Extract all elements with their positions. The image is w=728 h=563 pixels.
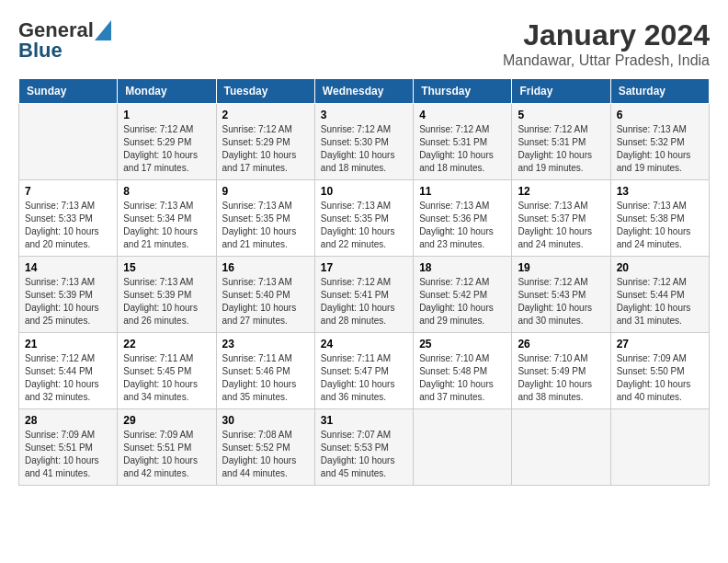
day-header-tuesday: Tuesday bbox=[216, 79, 314, 104]
day-number: 1 bbox=[123, 109, 210, 121]
calendar-cell: 30Sunrise: 7:08 AM Sunset: 5:52 PM Dayli… bbox=[216, 409, 314, 486]
day-info: Sunrise: 7:13 AM Sunset: 5:37 PM Dayligh… bbox=[518, 200, 604, 251]
title-block: January 2024 Mandawar, Uttar Pradesh, In… bbox=[503, 18, 710, 69]
day-info: Sunrise: 7:09 AM Sunset: 5:51 PM Dayligh… bbox=[123, 429, 210, 480]
day-info: Sunrise: 7:13 AM Sunset: 5:35 PM Dayligh… bbox=[321, 200, 407, 251]
day-number: 13 bbox=[617, 185, 703, 198]
day-info: Sunrise: 7:10 AM Sunset: 5:48 PM Dayligh… bbox=[419, 352, 506, 404]
day-header-friday: Friday bbox=[512, 79, 610, 104]
day-number: 15 bbox=[123, 261, 210, 274]
day-header-sunday: Sunday bbox=[19, 79, 118, 104]
day-number: 16 bbox=[222, 261, 309, 274]
calendar-cell: 6Sunrise: 7:13 AM Sunset: 5:32 PM Daylig… bbox=[610, 104, 709, 180]
calendar-cell bbox=[512, 409, 610, 486]
calendar-cell bbox=[19, 104, 118, 180]
calendar-week-row: 7Sunrise: 7:13 AM Sunset: 5:33 PM Daylig… bbox=[19, 180, 710, 257]
day-number: 4 bbox=[419, 109, 506, 121]
calendar-cell: 14Sunrise: 7:13 AM Sunset: 5:39 PM Dayli… bbox=[19, 257, 118, 333]
day-number: 11 bbox=[419, 185, 506, 198]
day-number: 12 bbox=[518, 185, 604, 198]
day-info: Sunrise: 7:12 AM Sunset: 5:29 PM Dayligh… bbox=[123, 123, 210, 175]
calendar-cell: 8Sunrise: 7:13 AM Sunset: 5:34 PM Daylig… bbox=[118, 180, 216, 257]
calendar-cell: 27Sunrise: 7:09 AM Sunset: 5:50 PM Dayli… bbox=[610, 333, 709, 409]
day-info: Sunrise: 7:13 AM Sunset: 5:32 PM Dayligh… bbox=[617, 123, 703, 175]
calendar-cell: 1Sunrise: 7:12 AM Sunset: 5:29 PM Daylig… bbox=[118, 104, 216, 180]
calendar-week-row: 1Sunrise: 7:12 AM Sunset: 5:29 PM Daylig… bbox=[19, 104, 710, 180]
day-info: Sunrise: 7:12 AM Sunset: 5:29 PM Dayligh… bbox=[222, 123, 309, 175]
day-number: 2 bbox=[222, 109, 309, 121]
day-info: Sunrise: 7:12 AM Sunset: 5:43 PM Dayligh… bbox=[518, 276, 604, 327]
day-number: 23 bbox=[222, 338, 309, 350]
day-info: Sunrise: 7:13 AM Sunset: 5:36 PM Dayligh… bbox=[419, 200, 506, 251]
day-number: 14 bbox=[25, 261, 111, 274]
calendar-cell: 15Sunrise: 7:13 AM Sunset: 5:39 PM Dayli… bbox=[118, 257, 216, 333]
calendar-week-row: 14Sunrise: 7:13 AM Sunset: 5:39 PM Dayli… bbox=[19, 257, 710, 333]
day-number: 29 bbox=[123, 414, 210, 427]
calendar-cell: 5Sunrise: 7:12 AM Sunset: 5:31 PM Daylig… bbox=[512, 104, 610, 180]
day-number: 30 bbox=[222, 414, 309, 427]
calendar-cell: 9Sunrise: 7:13 AM Sunset: 5:35 PM Daylig… bbox=[216, 180, 314, 257]
calendar-cell: 29Sunrise: 7:09 AM Sunset: 5:51 PM Dayli… bbox=[118, 409, 216, 486]
calendar-cell: 4Sunrise: 7:12 AM Sunset: 5:31 PM Daylig… bbox=[414, 104, 512, 180]
calendar-cell: 26Sunrise: 7:10 AM Sunset: 5:49 PM Dayli… bbox=[512, 333, 610, 409]
calendar-cell: 11Sunrise: 7:13 AM Sunset: 5:36 PM Dayli… bbox=[414, 180, 512, 257]
day-info: Sunrise: 7:12 AM Sunset: 5:41 PM Dayligh… bbox=[321, 276, 407, 327]
day-number: 19 bbox=[518, 261, 604, 274]
day-number: 27 bbox=[617, 338, 703, 350]
day-info: Sunrise: 7:08 AM Sunset: 5:52 PM Dayligh… bbox=[222, 429, 309, 480]
calendar-week-row: 21Sunrise: 7:12 AM Sunset: 5:44 PM Dayli… bbox=[19, 333, 710, 409]
calendar-cell: 28Sunrise: 7:09 AM Sunset: 5:51 PM Dayli… bbox=[19, 409, 118, 486]
day-info: Sunrise: 7:09 AM Sunset: 5:50 PM Dayligh… bbox=[617, 352, 703, 404]
calendar-cell: 17Sunrise: 7:12 AM Sunset: 5:41 PM Dayli… bbox=[314, 257, 413, 333]
day-number: 5 bbox=[518, 109, 604, 121]
day-info: Sunrise: 7:12 AM Sunset: 5:44 PM Dayligh… bbox=[25, 352, 111, 404]
day-header-saturday: Saturday bbox=[610, 79, 709, 104]
day-info: Sunrise: 7:13 AM Sunset: 5:35 PM Dayligh… bbox=[222, 200, 309, 251]
day-number: 22 bbox=[123, 338, 210, 350]
day-info: Sunrise: 7:13 AM Sunset: 5:38 PM Dayligh… bbox=[617, 200, 703, 251]
day-number: 7 bbox=[25, 185, 111, 198]
day-info: Sunrise: 7:11 AM Sunset: 5:45 PM Dayligh… bbox=[123, 352, 210, 404]
calendar-cell: 10Sunrise: 7:13 AM Sunset: 5:35 PM Dayli… bbox=[314, 180, 413, 257]
day-info: Sunrise: 7:12 AM Sunset: 5:42 PM Dayligh… bbox=[419, 276, 506, 327]
calendar-header-row: SundayMondayTuesdayWednesdayThursdayFrid… bbox=[19, 79, 710, 104]
day-info: Sunrise: 7:11 AM Sunset: 5:47 PM Dayligh… bbox=[321, 352, 407, 404]
day-number: 24 bbox=[321, 338, 407, 350]
month-title: January 2024 bbox=[503, 18, 710, 52]
day-info: Sunrise: 7:12 AM Sunset: 5:31 PM Dayligh… bbox=[518, 123, 604, 175]
day-info: Sunrise: 7:12 AM Sunset: 5:30 PM Dayligh… bbox=[321, 123, 407, 175]
day-number: 21 bbox=[25, 338, 111, 350]
calendar-cell: 21Sunrise: 7:12 AM Sunset: 5:44 PM Dayli… bbox=[19, 333, 118, 409]
day-info: Sunrise: 7:12 AM Sunset: 5:44 PM Dayligh… bbox=[617, 276, 703, 327]
day-number: 3 bbox=[321, 109, 407, 121]
day-info: Sunrise: 7:13 AM Sunset: 5:40 PM Dayligh… bbox=[222, 276, 309, 327]
page-header: General Blue January 2024 Mandawar, Utta… bbox=[18, 18, 710, 69]
day-info: Sunrise: 7:07 AM Sunset: 5:53 PM Dayligh… bbox=[321, 429, 407, 480]
calendar-cell: 25Sunrise: 7:10 AM Sunset: 5:48 PM Dayli… bbox=[414, 333, 512, 409]
calendar-cell: 22Sunrise: 7:11 AM Sunset: 5:45 PM Dayli… bbox=[118, 333, 216, 409]
day-number: 9 bbox=[222, 185, 309, 198]
day-info: Sunrise: 7:13 AM Sunset: 5:34 PM Dayligh… bbox=[123, 200, 210, 251]
day-info: Sunrise: 7:10 AM Sunset: 5:49 PM Dayligh… bbox=[518, 352, 604, 404]
day-header-wednesday: Wednesday bbox=[314, 79, 413, 104]
day-number: 18 bbox=[419, 261, 506, 274]
calendar-week-row: 28Sunrise: 7:09 AM Sunset: 5:51 PM Dayli… bbox=[19, 409, 710, 486]
day-info: Sunrise: 7:13 AM Sunset: 5:39 PM Dayligh… bbox=[25, 276, 111, 327]
day-number: 20 bbox=[617, 261, 703, 274]
calendar-cell: 23Sunrise: 7:11 AM Sunset: 5:46 PM Dayli… bbox=[216, 333, 314, 409]
day-header-thursday: Thursday bbox=[414, 79, 512, 104]
logo-triangle-icon bbox=[95, 20, 111, 40]
day-number: 25 bbox=[419, 338, 506, 350]
day-number: 17 bbox=[321, 261, 407, 274]
calendar-cell: 31Sunrise: 7:07 AM Sunset: 5:53 PM Dayli… bbox=[314, 409, 413, 486]
day-info: Sunrise: 7:11 AM Sunset: 5:46 PM Dayligh… bbox=[222, 352, 309, 404]
calendar-cell: 7Sunrise: 7:13 AM Sunset: 5:33 PM Daylig… bbox=[19, 180, 118, 257]
day-number: 8 bbox=[123, 185, 210, 198]
logo-blue-text: Blue bbox=[18, 39, 63, 63]
logo: General Blue bbox=[18, 18, 111, 63]
calendar-cell: 16Sunrise: 7:13 AM Sunset: 5:40 PM Dayli… bbox=[216, 257, 314, 333]
calendar-cell: 13Sunrise: 7:13 AM Sunset: 5:38 PM Dayli… bbox=[610, 180, 709, 257]
calendar-cell: 24Sunrise: 7:11 AM Sunset: 5:47 PM Dayli… bbox=[314, 333, 413, 409]
calendar-cell: 18Sunrise: 7:12 AM Sunset: 5:42 PM Dayli… bbox=[414, 257, 512, 333]
location: Mandawar, Uttar Pradesh, India bbox=[503, 52, 710, 69]
